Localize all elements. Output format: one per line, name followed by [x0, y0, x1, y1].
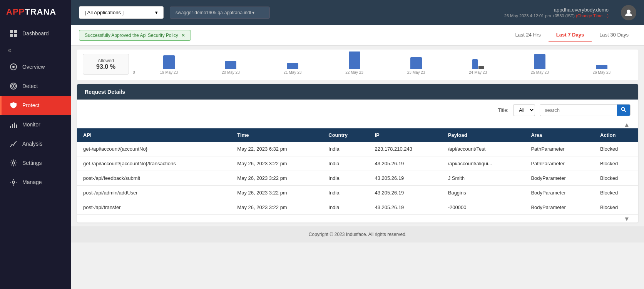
- notification-text: Successfully Approved the Api Security P…: [85, 33, 178, 38]
- sidebar-item-overview[interactable]: Overview: [0, 57, 71, 76]
- table-row[interactable]: post-/api/admin/addUser May 26, 2023 3:2…: [77, 186, 638, 200]
- cell-action-2: Blocked: [594, 171, 638, 186]
- cell-country-1: India: [322, 156, 368, 171]
- date-label-7: 26 May 23: [592, 70, 611, 75]
- date-label-0: 19 May 23: [160, 70, 178, 75]
- url-selector[interactable]: swagger-demo1905.qa-apptrana.indl ▾: [170, 7, 270, 19]
- sidebar-collapse-btn[interactable]: «: [0, 43, 71, 57]
- tab-24h[interactable]: Last 24 Hrs: [507, 29, 548, 42]
- notification-bar: Successfully Approved the Api Security P…: [71, 25, 644, 46]
- table-wrapper: ▲ API Time Country IP Payload Area Actio…: [77, 121, 638, 223]
- cell-api-2: post-/api/feedback/submit: [77, 171, 231, 186]
- cell-ip-2: 43.205.26.19: [368, 171, 442, 186]
- cell-payload-3: Baggins: [442, 186, 525, 200]
- table-row[interactable]: post-/api/feedback/submit May 26, 2023 3…: [77, 171, 638, 186]
- sidebar-item-manage[interactable]: Manage: [0, 173, 71, 192]
- svg-point-13: [12, 162, 15, 164]
- cell-time-0: May 22, 2023 6:32 pm: [231, 142, 322, 156]
- cell-area-2: BodyParameter: [525, 171, 594, 186]
- change-time-link[interactable]: (Change Time ...): [576, 13, 609, 18]
- cell-area-4: BodyParameter: [525, 200, 594, 215]
- date-label-4: 23 May 23: [407, 70, 425, 75]
- svg-line-17: [624, 110, 626, 112]
- cell-ip-4: 43.205.26.19: [368, 200, 442, 215]
- svg-point-15: [627, 10, 631, 13]
- sidebar-item-protect[interactable]: Protect: [0, 96, 71, 115]
- bar-5b: [478, 66, 484, 69]
- search-box: [540, 104, 631, 116]
- tab-30d[interactable]: Last 30 Days: [592, 29, 636, 42]
- svg-rect-12: [16, 125, 17, 128]
- cell-action-1: Blocked: [594, 156, 638, 171]
- sidebar-label-detect: Detect: [22, 83, 38, 89]
- analysis-icon: [9, 140, 18, 148]
- sidebar-label-manage: Manage: [22, 179, 42, 185]
- header-username: appdha.everybody.demo: [554, 7, 609, 13]
- section-header: Request Details: [77, 84, 638, 100]
- zero-label: 0: [133, 70, 138, 75]
- sidebar-label-analysis: Analysis: [22, 141, 42, 147]
- scroll-up-indicator: ▲: [77, 121, 638, 128]
- cell-api-3: post-/api/admin/addUser: [77, 186, 231, 200]
- bar-1: [225, 61, 236, 69]
- app-selector-chevron: ▾: [155, 10, 158, 15]
- section-title: Request Details: [85, 89, 125, 95]
- bar-2: [287, 63, 298, 69]
- sidebar-item-analysis[interactable]: Analysis: [0, 134, 71, 153]
- manage-icon: [9, 178, 18, 186]
- app-selector[interactable]: [ All Applications ] ▾: [79, 6, 164, 19]
- overview-icon: [9, 63, 18, 71]
- svg-rect-0: [10, 30, 13, 33]
- chart-date-2: 21 May 23: [262, 63, 324, 75]
- cell-payload-2: J Smith: [442, 171, 525, 186]
- url-selector-label: swagger-demo1905.qa-apptrana.indl ▾: [176, 10, 254, 15]
- app-selector-label: [ All Applications ]: [85, 10, 124, 15]
- col-payload: Payload: [442, 128, 525, 142]
- cell-country-0: India: [322, 142, 368, 156]
- table-row[interactable]: get-/api/account/{accountNo}/transaction…: [77, 156, 638, 171]
- svg-point-14: [12, 181, 15, 183]
- bar-6: [534, 54, 545, 69]
- cell-area-1: PathParameter: [525, 156, 594, 171]
- cell-area-3: BodyParameter: [525, 186, 594, 200]
- notification-badge: Successfully Approved the Api Security P…: [79, 30, 191, 41]
- table-body: get-/api/account/{accountNo} May 22, 202…: [77, 142, 638, 215]
- tab-7d[interactable]: Last 7 Days: [549, 29, 592, 42]
- table-row[interactable]: post-/api/transfer May 26, 2023 3:22 pm …: [77, 200, 638, 215]
- date-label-6: 25 May 23: [531, 70, 549, 75]
- sidebar-label-monitor: Monitor: [22, 121, 40, 128]
- cell-time-2: May 26, 2023 3:22 pm: [231, 171, 322, 186]
- sidebar-item-detect[interactable]: Detect: [0, 76, 71, 96]
- svg-rect-11: [14, 123, 15, 128]
- cell-time-1: May 26, 2023 3:22 pm: [231, 156, 322, 171]
- sidebar-item-settings[interactable]: Settings: [0, 153, 71, 173]
- col-time: Time: [231, 128, 322, 142]
- section-toolbar: Title: All: [77, 100, 638, 121]
- date-label-5: 24 May 23: [469, 70, 487, 75]
- svg-point-16: [622, 108, 625, 111]
- search-input[interactable]: [540, 105, 617, 115]
- title-select[interactable]: All: [513, 104, 535, 116]
- chart-date-0: 19 May 23: [138, 55, 200, 75]
- sidebar-item-monitor[interactable]: Monitor: [0, 115, 71, 134]
- allowed-label: Allowed: [89, 58, 122, 63]
- table-row[interactable]: get-/api/account/{accountNo} May 22, 202…: [77, 142, 638, 156]
- copyright-text: Copyright © 2023 Indusface. All rights r…: [309, 232, 406, 237]
- cell-payload-4: -200000: [442, 200, 525, 215]
- avatar[interactable]: [621, 5, 636, 20]
- cell-action-0: Blocked: [594, 142, 638, 156]
- notification-close-icon[interactable]: ✕: [181, 33, 185, 38]
- sidebar-label-dashboard: Dashboard: [22, 30, 49, 37]
- sidebar-item-dashboard[interactable]: Dashboard: [0, 24, 71, 43]
- dashboard-icon: [9, 29, 18, 38]
- bar-4: [410, 57, 422, 69]
- chart-date-6: 25 May 23: [509, 54, 571, 75]
- bar-0: [163, 55, 175, 69]
- cell-area-0: PathParameter: [525, 142, 594, 156]
- search-button[interactable]: [617, 105, 630, 116]
- col-area: Area: [525, 128, 594, 142]
- col-action: Action: [594, 128, 638, 142]
- monitor-icon: [9, 120, 18, 129]
- col-country: Country: [322, 128, 368, 142]
- header-timestamp: 26 May 2023 4:12:01 pm +0530 (IST) (Chan…: [504, 13, 609, 18]
